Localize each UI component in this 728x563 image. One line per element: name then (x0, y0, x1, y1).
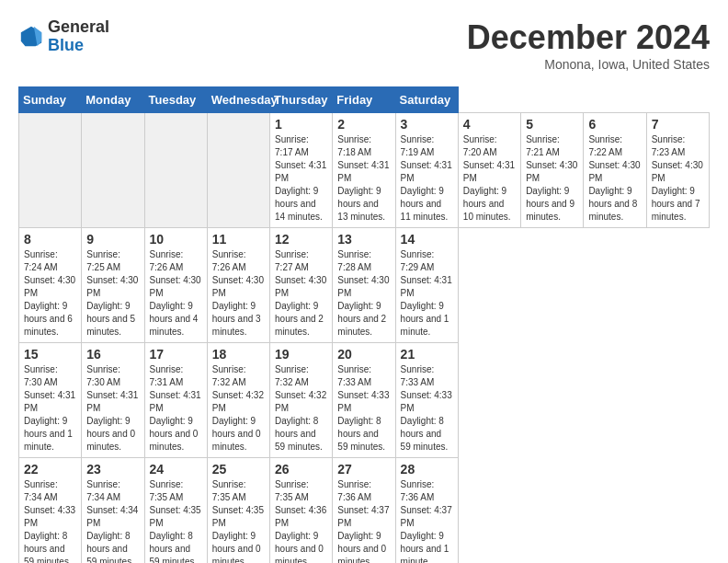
header-cell-wednesday: Wednesday (207, 87, 269, 113)
day-info: Sunrise: 7:36 AMSunset: 4:37 PMDaylight:… (401, 478, 453, 563)
calendar-cell: 27Sunrise: 7:36 AMSunset: 4:37 PMDayligh… (333, 458, 395, 564)
day-number: 6 (588, 117, 641, 132)
day-number: 23 (86, 462, 139, 477)
day-number: 19 (275, 347, 327, 362)
header: General Blue December 2024 Monona, Iowa,… (18, 18, 710, 72)
calendar-cell: 2Sunrise: 7:18 AMSunset: 4:31 PMDaylight… (333, 113, 395, 228)
logo-line2: Blue (48, 37, 109, 55)
day-number: 4 (463, 117, 516, 132)
header-cell-tuesday: Tuesday (144, 87, 207, 113)
day-info: Sunrise: 7:27 AMSunset: 4:30 PMDaylight:… (275, 248, 327, 339)
calendar-cell: 20Sunrise: 7:33 AMSunset: 4:33 PMDayligh… (333, 343, 395, 458)
calendar-cell (144, 113, 207, 228)
day-info: Sunrise: 7:34 AMSunset: 4:34 PMDaylight:… (86, 478, 139, 563)
day-info: Sunrise: 7:21 AMSunset: 4:30 PMDaylight:… (526, 133, 578, 224)
calendar-title: December 2024 (467, 18, 710, 57)
header-cell-saturday: Saturday (395, 87, 458, 113)
header-cell-thursday: Thursday (270, 87, 333, 113)
day-number: 5 (526, 117, 578, 132)
day-info: Sunrise: 7:17 AMSunset: 4:31 PMDaylight:… (275, 133, 327, 224)
day-info: Sunrise: 7:36 AMSunset: 4:37 PMDaylight:… (337, 478, 390, 563)
logo-line1: General (48, 18, 109, 37)
day-info: Sunrise: 7:22 AMSunset: 4:30 PMDaylight:… (588, 133, 641, 224)
day-info: Sunrise: 7:35 AMSunset: 4:35 PMDaylight:… (212, 478, 265, 563)
calendar-header-row: SundayMondayTuesdayWednesdayThursdayFrid… (19, 87, 710, 113)
calendar-cell: 17Sunrise: 7:31 AMSunset: 4:31 PMDayligh… (144, 343, 207, 458)
calendar-cell: 15Sunrise: 7:30 AMSunset: 4:31 PMDayligh… (19, 343, 82, 458)
logo-icon (18, 24, 44, 50)
calendar-cell: 18Sunrise: 7:32 AMSunset: 4:32 PMDayligh… (207, 343, 269, 458)
day-number: 10 (150, 232, 202, 247)
day-info: Sunrise: 7:29 AMSunset: 4:31 PMDaylight:… (401, 248, 453, 339)
day-number: 16 (86, 347, 139, 362)
day-info: Sunrise: 7:35 AMSunset: 4:36 PMDaylight:… (275, 478, 327, 563)
day-number: 8 (24, 232, 76, 247)
calendar-week-row: 8Sunrise: 7:24 AMSunset: 4:30 PMDaylight… (19, 228, 710, 343)
day-info: Sunrise: 7:30 AMSunset: 4:31 PMDaylight:… (86, 363, 139, 454)
calendar-cell: 9Sunrise: 7:25 AMSunset: 4:30 PMDaylight… (82, 228, 144, 343)
calendar-cell: 22Sunrise: 7:34 AMSunset: 4:33 PMDayligh… (19, 458, 82, 564)
day-number: 20 (337, 347, 390, 362)
day-info: Sunrise: 7:30 AMSunset: 4:31 PMDaylight:… (24, 363, 76, 454)
calendar-cell (82, 113, 144, 228)
day-info: Sunrise: 7:35 AMSunset: 4:35 PMDaylight:… (150, 478, 202, 563)
day-number: 18 (212, 347, 265, 362)
day-number: 28 (401, 462, 453, 477)
calendar-cell: 10Sunrise: 7:26 AMSunset: 4:30 PMDayligh… (144, 228, 207, 343)
day-info: Sunrise: 7:33 AMSunset: 4:33 PMDaylight:… (337, 363, 390, 454)
day-number: 22 (24, 462, 76, 477)
header-cell-friday: Friday (333, 87, 395, 113)
day-info: Sunrise: 7:31 AMSunset: 4:31 PMDaylight:… (150, 363, 202, 454)
calendar-week-row: 22Sunrise: 7:34 AMSunset: 4:33 PMDayligh… (19, 458, 710, 564)
calendar-cell: 11Sunrise: 7:26 AMSunset: 4:30 PMDayligh… (207, 228, 269, 343)
day-number: 14 (401, 232, 453, 247)
day-info: Sunrise: 7:18 AMSunset: 4:31 PMDaylight:… (337, 133, 390, 224)
calendar-cell: 12Sunrise: 7:27 AMSunset: 4:30 PMDayligh… (270, 228, 333, 343)
day-info: Sunrise: 7:28 AMSunset: 4:30 PMDaylight:… (337, 248, 390, 339)
day-number: 12 (275, 232, 327, 247)
calendar-cell: 28Sunrise: 7:36 AMSunset: 4:37 PMDayligh… (395, 458, 458, 564)
calendar-week-row: 15Sunrise: 7:30 AMSunset: 4:31 PMDayligh… (19, 343, 710, 458)
calendar-table: SundayMondayTuesdayWednesdayThursdayFrid… (18, 86, 710, 563)
calendar-cell: 8Sunrise: 7:24 AMSunset: 4:30 PMDaylight… (19, 228, 82, 343)
calendar-cell: 25Sunrise: 7:35 AMSunset: 4:35 PMDayligh… (207, 458, 269, 564)
day-info: Sunrise: 7:25 AMSunset: 4:30 PMDaylight:… (86, 248, 139, 339)
calendar-cell: 6Sunrise: 7:22 AMSunset: 4:30 PMDaylight… (584, 113, 646, 228)
day-number: 7 (652, 117, 704, 132)
calendar-cell: 16Sunrise: 7:30 AMSunset: 4:31 PMDayligh… (82, 343, 144, 458)
day-info: Sunrise: 7:26 AMSunset: 4:30 PMDaylight:… (212, 248, 265, 339)
day-info: Sunrise: 7:34 AMSunset: 4:33 PMDaylight:… (24, 478, 76, 563)
day-info: Sunrise: 7:32 AMSunset: 4:32 PMDaylight:… (212, 363, 265, 454)
day-number: 17 (150, 347, 202, 362)
day-info: Sunrise: 7:19 AMSunset: 4:31 PMDaylight:… (401, 133, 453, 224)
calendar-cell: 13Sunrise: 7:28 AMSunset: 4:30 PMDayligh… (333, 228, 395, 343)
day-info: Sunrise: 7:24 AMSunset: 4:30 PMDaylight:… (24, 248, 76, 339)
day-info: Sunrise: 7:20 AMSunset: 4:31 PMDaylight:… (463, 133, 516, 224)
title-area: December 2024 Monona, Iowa, United State… (467, 18, 710, 72)
header-cell-monday: Monday (82, 87, 144, 113)
calendar-subtitle: Monona, Iowa, United States (467, 57, 710, 72)
calendar-cell: 23Sunrise: 7:34 AMSunset: 4:34 PMDayligh… (82, 458, 144, 564)
day-number: 13 (337, 232, 390, 247)
calendar-cell: 19Sunrise: 7:32 AMSunset: 4:32 PMDayligh… (270, 343, 333, 458)
header-cell-sunday: Sunday (19, 87, 82, 113)
day-number: 1 (275, 117, 327, 132)
calendar-cell: 5Sunrise: 7:21 AMSunset: 4:30 PMDaylight… (521, 113, 584, 228)
calendar-cell: 1Sunrise: 7:17 AMSunset: 4:31 PMDaylight… (270, 113, 333, 228)
day-number: 25 (212, 462, 265, 477)
day-number: 26 (275, 462, 327, 477)
day-info: Sunrise: 7:33 AMSunset: 4:33 PMDaylight:… (401, 363, 453, 454)
calendar-cell: 26Sunrise: 7:35 AMSunset: 4:36 PMDayligh… (270, 458, 333, 564)
day-info: Sunrise: 7:23 AMSunset: 4:30 PMDaylight:… (652, 133, 704, 224)
day-number: 24 (150, 462, 202, 477)
calendar-cell: 24Sunrise: 7:35 AMSunset: 4:35 PMDayligh… (144, 458, 207, 564)
day-number: 21 (401, 347, 453, 362)
calendar-cell: 21Sunrise: 7:33 AMSunset: 4:33 PMDayligh… (395, 343, 458, 458)
day-number: 9 (86, 232, 139, 247)
day-number: 15 (24, 347, 76, 362)
day-number: 11 (212, 232, 265, 247)
day-info: Sunrise: 7:26 AMSunset: 4:30 PMDaylight:… (150, 248, 202, 339)
calendar-cell: 4Sunrise: 7:20 AMSunset: 4:31 PMDaylight… (458, 113, 520, 228)
calendar-week-row: 1Sunrise: 7:17 AMSunset: 4:31 PMDaylight… (19, 113, 710, 228)
calendar-cell (207, 113, 269, 228)
